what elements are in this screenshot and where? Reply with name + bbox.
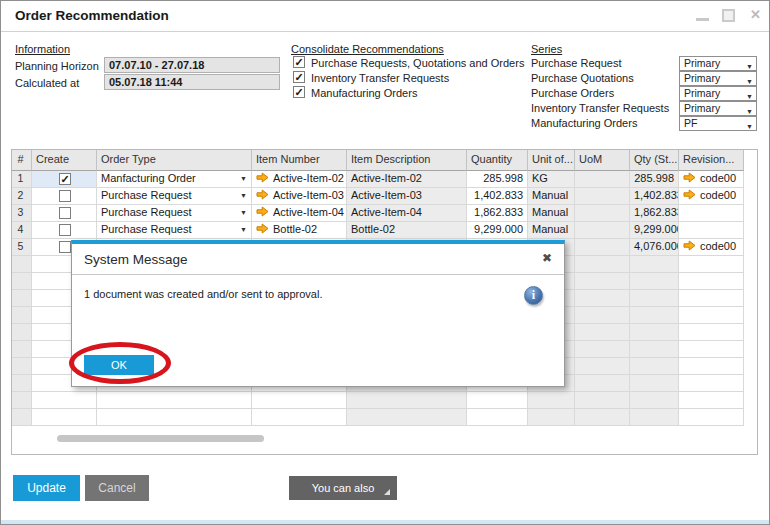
- chevron-down-icon[interactable]: ▼: [240, 175, 247, 182]
- quantity-cell[interactable]: 1,862.833: [467, 205, 528, 222]
- link-arrow-icon: [256, 223, 269, 234]
- cancel-button[interactable]: Cancel: [85, 475, 149, 501]
- ok-button[interactable]: OK: [84, 355, 154, 375]
- system-message-dialog: System Message ✖ 1 document was created …: [71, 240, 565, 387]
- item-number-cell[interactable]: Active-Item-02: [252, 171, 347, 188]
- empty-cell: [252, 392, 347, 409]
- empty-cell: [630, 358, 679, 375]
- unit-of-cell: Manual: [528, 222, 575, 239]
- column-header[interactable]: Create: [32, 150, 97, 171]
- series-select[interactable]: Primary▼: [679, 101, 757, 116]
- column-header[interactable]: UoM: [575, 150, 630, 171]
- dialog-close-icon[interactable]: ✖: [542, 251, 552, 265]
- checkbox[interactable]: ✓: [293, 56, 305, 68]
- item-number-link[interactable]: Active-Item-04: [273, 206, 344, 218]
- series-label: Manufacturing Orders: [531, 117, 637, 129]
- empty-cell: [12, 290, 32, 307]
- checkbox-label: Purchase Requests, Quotations and Orders: [311, 57, 524, 69]
- item-number-cell[interactable]: Bottle-02: [252, 222, 347, 239]
- revision-link[interactable]: code00: [700, 172, 736, 184]
- order-type-cell[interactable]: Purchase Request▼: [97, 222, 252, 239]
- column-header[interactable]: #: [12, 150, 32, 171]
- item-number-cell[interactable]: Active-Item-04: [252, 205, 347, 222]
- series-row: Purchase RequestPrimary▼: [531, 56, 758, 71]
- column-header[interactable]: Order Type: [97, 150, 252, 171]
- series-select[interactable]: Primary▼: [679, 56, 757, 71]
- chevron-down-icon[interactable]: ▼: [240, 209, 247, 216]
- update-button[interactable]: Update: [13, 475, 80, 501]
- row-number-cell: 2: [12, 188, 32, 205]
- row-number-cell: 3: [12, 205, 32, 222]
- quantity-cell[interactable]: 1,402.833: [467, 188, 528, 205]
- quantity-cell[interactable]: 9,299.000: [467, 222, 528, 239]
- quantity-cell[interactable]: 285.998: [467, 171, 528, 188]
- empty-cell: [630, 256, 679, 273]
- order-type-cell[interactable]: Purchase Request▼: [97, 188, 252, 205]
- chevron-down-icon[interactable]: ▼: [240, 192, 247, 199]
- empty-cell: [679, 409, 744, 426]
- create-checkbox[interactable]: ✓: [59, 173, 71, 185]
- create-cell[interactable]: [32, 205, 97, 222]
- item-number-link[interactable]: Bottle-02: [273, 223, 317, 235]
- close-icon[interactable]: ✕: [750, 7, 761, 22]
- revision-link[interactable]: code00: [700, 240, 736, 252]
- order-recommendation-window: Order Recommendation ✕ Information Plann…: [0, 0, 770, 525]
- series-select[interactable]: Primary▼: [679, 86, 757, 101]
- create-cell[interactable]: [32, 222, 97, 239]
- link-arrow-icon: [256, 189, 269, 200]
- empty-cell: [679, 358, 744, 375]
- revision-cell[interactable]: code00: [679, 239, 744, 256]
- revision-cell[interactable]: code00: [679, 188, 744, 205]
- chevron-down-icon: ▼: [746, 120, 753, 133]
- qty-stock-cell: 1,862.833: [630, 205, 679, 222]
- planning-horizon-label: Planning Horizon: [15, 60, 99, 72]
- calculated-at-field[interactable]: 05.07.18 11:44: [104, 74, 280, 90]
- column-header[interactable]: Unit of...: [528, 150, 575, 171]
- column-header[interactable]: Quantity: [467, 150, 528, 171]
- create-checkbox[interactable]: [59, 190, 71, 202]
- item-number-cell[interactable]: Active-Item-03: [252, 188, 347, 205]
- order-type-value: Purchase Request: [101, 206, 192, 218]
- empty-cell: [97, 392, 252, 409]
- order-type-cell[interactable]: Purchase Request▼: [97, 205, 252, 222]
- checkbox[interactable]: ✓: [293, 86, 305, 98]
- revision-link[interactable]: code00: [700, 189, 736, 201]
- series-label: Purchase Request: [531, 57, 622, 69]
- revision-cell[interactable]: [679, 222, 744, 239]
- revision-cell[interactable]: [679, 205, 744, 222]
- series-value: PF: [684, 117, 697, 129]
- item-number-link[interactable]: Active-Item-03: [273, 189, 344, 201]
- column-header[interactable]: Revision...: [679, 150, 744, 171]
- create-checkbox[interactable]: [59, 241, 71, 253]
- qty-stock-cell: 9,299.000: [630, 222, 679, 239]
- checkbox[interactable]: ✓: [293, 71, 305, 83]
- item-description-cell: Bottle-02: [347, 222, 467, 239]
- empty-cell: [347, 392, 467, 409]
- empty-cell: [575, 290, 630, 307]
- create-checkbox[interactable]: [59, 224, 71, 236]
- create-checkbox[interactable]: [59, 207, 71, 219]
- create-cell[interactable]: [32, 188, 97, 205]
- column-header[interactable]: Item Description: [347, 150, 467, 171]
- link-arrow-icon: [256, 172, 269, 183]
- planning-horizon-field[interactable]: 07.07.10 - 27.07.18: [104, 57, 280, 73]
- order-type-cell[interactable]: Manfacturing Order▼: [97, 171, 252, 188]
- empty-cell: [575, 358, 630, 375]
- series-select[interactable]: PF▼: [679, 116, 757, 131]
- chevron-down-icon[interactable]: ▼: [240, 226, 247, 233]
- maximize-icon[interactable]: [722, 9, 735, 22]
- qty-stock-cell: 285.998: [630, 171, 679, 188]
- revision-cell[interactable]: code00: [679, 171, 744, 188]
- column-header[interactable]: Item Number: [252, 150, 347, 171]
- minimize-icon[interactable]: [696, 18, 709, 21]
- series-value: Primary: [684, 102, 720, 114]
- you-can-also-button[interactable]: You can also: [289, 476, 397, 500]
- series-select[interactable]: Primary▼: [679, 71, 757, 86]
- column-header[interactable]: Qty (St...: [630, 150, 679, 171]
- item-description-cell: Active-Item-03: [347, 188, 467, 205]
- item-number-link[interactable]: Active-Item-02: [273, 172, 344, 184]
- item-description-cell: Active-Item-02: [347, 171, 467, 188]
- create-cell[interactable]: ✓: [32, 171, 97, 188]
- horizontal-scrollbar[interactable]: [57, 435, 264, 442]
- order-type-value: Purchase Request: [101, 223, 192, 235]
